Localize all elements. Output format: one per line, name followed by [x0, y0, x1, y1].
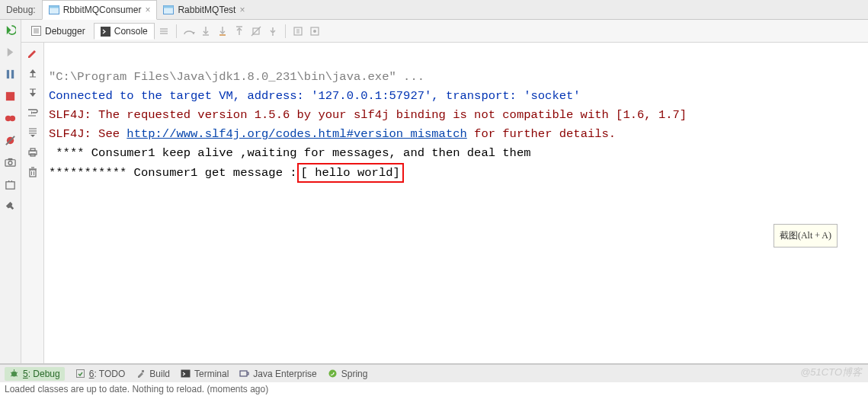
console-line: SLF4J: The requested version 1.5.6 by yo…: [49, 108, 687, 122]
up-stack-icon[interactable]: [27, 67, 39, 79]
run-config-icon: [49, 5, 59, 15]
tab-debugger[interactable]: Debugger: [24, 23, 92, 40]
resume-icon[interactable]: [5, 46, 16, 58]
pause-icon[interactable]: [5, 69, 16, 80]
screenshot-tooltip: 截图(Alt + A): [774, 224, 838, 248]
terminal-icon: [181, 369, 191, 378]
svg-rect-62: [142, 370, 144, 372]
svg-point-8: [10, 116, 16, 122]
tab-label: RbbitMQConsumer: [63, 5, 142, 15]
spring-icon: [328, 369, 338, 378]
build-icon: [136, 369, 146, 378]
console-tool-col: [21, 43, 44, 363]
watermark: @51CTO博客: [800, 366, 862, 379]
rerun-icon[interactable]: [5, 24, 16, 36]
toolwindow-java-enterprise[interactable]: Java Enterprise: [239, 369, 316, 379]
tab-console[interactable]: Console: [94, 23, 155, 40]
clear-icon[interactable]: [27, 166, 39, 178]
stop-icon[interactable]: [5, 91, 16, 102]
down-stack-icon[interactable]: [27, 87, 39, 99]
todo-icon: [75, 369, 85, 378]
step-into-icon[interactable]: [198, 24, 213, 39]
mute-breakpoints-icon[interactable]: [5, 135, 16, 146]
run-to-cursor-icon[interactable]: [265, 24, 280, 39]
debug-label: Debug:: [3, 0, 42, 19]
toolwindow-build[interactable]: Build: [136, 369, 170, 379]
java-icon: [239, 369, 249, 378]
svg-rect-6: [6, 92, 14, 101]
debug-config-tabs: Debug: RbbitMQConsumer × RabbitMQTest ×: [0, 0, 868, 20]
svg-point-65: [328, 370, 336, 378]
slf4j-link[interactable]: http://www.slf4j.org/codes.html#version_…: [127, 127, 466, 141]
more-icon[interactable]: [156, 24, 171, 39]
svg-rect-5: [11, 70, 14, 78]
step-over-icon[interactable]: [181, 24, 197, 39]
console-icon: [101, 27, 111, 37]
svg-rect-64: [240, 371, 247, 376]
debugger-icon: [31, 26, 41, 36]
debug-tool-row: Debugger Console: [21, 20, 868, 43]
svg-rect-48: [30, 148, 35, 151]
console-line: "C:\Program Files\Java\jdk1.8.0_231\bin\…: [49, 70, 424, 84]
pin-icon[interactable]: [5, 201, 16, 212]
tab-label: RabbitMQTest: [178, 5, 235, 15]
svg-rect-18: [34, 28, 39, 34]
svg-point-12: [8, 161, 12, 165]
evaluate-icon[interactable]: [290, 24, 306, 39]
tab-label: Debugger: [45, 26, 85, 37]
settings-icon[interactable]: [5, 179, 16, 190]
console-line: *********** Consumer1 get message :[ hel…: [49, 166, 404, 180]
tab-label: Console: [114, 26, 148, 37]
step-out-icon[interactable]: [232, 24, 247, 39]
svg-point-38: [313, 30, 316, 33]
run-config-icon: [163, 5, 174, 15]
svg-rect-3: [164, 5, 174, 8]
close-icon[interactable]: ×: [145, 5, 150, 14]
soft-wrap-icon[interactable]: [27, 107, 39, 119]
print-icon[interactable]: [27, 146, 39, 158]
toolwindow-terminal[interactable]: Terminal: [181, 369, 229, 379]
view-breakpoints-icon[interactable]: [5, 113, 16, 124]
toolwindow-spring[interactable]: Spring: [328, 369, 368, 379]
edit-icon[interactable]: [27, 47, 39, 59]
console-line: SLF4J: See http://www.slf4j.org/codes.ht…: [49, 127, 616, 141]
force-step-into-icon[interactable]: [215, 24, 230, 39]
toolwindow-debug[interactable]: 5: Debug: [5, 367, 65, 381]
svg-line-60: [16, 375, 18, 376]
close-icon[interactable]: ×: [239, 5, 245, 14]
svg-rect-14: [6, 182, 14, 189]
toolwindow-todo[interactable]: 6: TODO: [75, 369, 126, 379]
debug-icon: [9, 369, 19, 378]
trace-icon[interactable]: [307, 24, 322, 39]
console-line: Connected to the target VM, address: '12…: [49, 89, 581, 103]
console-output[interactable]: "C:\Program Files\Java\jdk1.8.0_231\bin\…: [44, 43, 868, 363]
status-bar: Loaded classes are up to date. Nothing t…: [0, 382, 868, 396]
tab-rbbitmqconsumer[interactable]: RbbitMQConsumer ×: [42, 0, 158, 20]
drop-frame-icon[interactable]: [248, 24, 264, 39]
camera-icon[interactable]: [5, 157, 16, 168]
svg-rect-1: [49, 6, 59, 8]
highlighted-message: [ hello world]: [297, 163, 404, 183]
svg-line-59: [11, 375, 12, 376]
svg-rect-63: [181, 370, 191, 378]
status-text: Loaded classes are up to date. Nothing t…: [5, 384, 268, 394]
run-gutter: [0, 20, 21, 363]
console-line: **** Consumer1 keep alive ,waiting for m…: [49, 146, 531, 160]
svg-rect-61: [76, 370, 84, 378]
scroll-to-end-icon[interactable]: [27, 126, 39, 139]
svg-rect-13: [8, 158, 13, 160]
tab-rabbitmqtest[interactable]: RabbitMQTest ×: [157, 0, 251, 19]
svg-rect-50: [30, 170, 36, 177]
svg-rect-4: [7, 70, 9, 78]
bottom-tool-tabs: 5: Debug 6: TODO Build Terminal Java Ent…: [0, 364, 868, 382]
